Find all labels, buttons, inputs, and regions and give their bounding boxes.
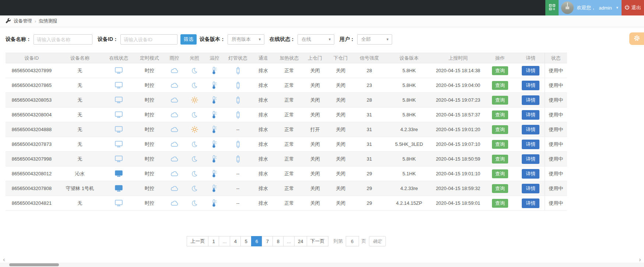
cell-report-time: 2020-04-15 19:01:20	[433, 122, 483, 137]
table-row: 865650043204821无时控--排水正常关闭关闭294.2.14.15Z…	[6, 196, 567, 211]
horizontal-scrollbar-thumb[interactable]	[9, 263, 59, 266]
cell-status: 使用中	[545, 122, 567, 137]
cloud-icon	[170, 67, 179, 73]
detail-button[interactable]: 详情	[522, 110, 539, 120]
monitor-outline-icon	[115, 112, 123, 117]
cell-report-time: 2020-04-15 18:50:59	[433, 152, 483, 166]
table-row: 865650043207998无时控排水正常关闭关闭315.8HK2020-04…	[6, 152, 567, 166]
page-unit-label: 页	[362, 238, 366, 245]
page-button[interactable]: 5	[240, 236, 251, 246]
cell-timer-mode: 时控	[136, 181, 163, 196]
table-row: 865650043207899无时控排水正常关闭关闭285.8HK2020-04…	[6, 63, 567, 78]
query-button[interactable]: 查询	[492, 110, 508, 119]
cloud-icon	[170, 97, 179, 102]
goto-page-group: 到第 页 确定	[334, 236, 386, 246]
cell-lamp-status: --	[225, 181, 250, 196]
column-header: 状态	[545, 53, 567, 63]
cell-online-status	[102, 122, 136, 137]
cell-device-id: 865650043207873	[6, 137, 58, 152]
moon-icon	[191, 67, 198, 73]
horizontal-scrollbar-track[interactable]	[0, 263, 644, 267]
cell-rain-control	[163, 63, 185, 78]
cell-timer-mode: 时控	[136, 122, 163, 137]
goto-page-input[interactable]	[346, 236, 359, 246]
device-id-label: 设备ID：	[98, 36, 118, 43]
breadcrumb: 设备管理 › 虫情测报	[0, 15, 644, 27]
detail-button[interactable]: 详情	[522, 81, 539, 90]
query-button[interactable]: 查询	[492, 184, 508, 193]
column-header: 设备版本	[385, 53, 433, 63]
detail-button[interactable]: 详情	[522, 140, 539, 149]
cell-signal-strength: 23	[353, 78, 385, 93]
cell-device-version: 4.2.33re	[385, 122, 433, 137]
detail-button[interactable]: 详情	[522, 125, 539, 134]
detail-button[interactable]: 详情	[522, 199, 539, 208]
page-button[interactable]: 6	[251, 236, 262, 246]
scroll-left-arrow[interactable]: ‹	[1, 256, 7, 263]
query-button[interactable]: 查询	[492, 140, 508, 149]
cell-channel: 排水	[250, 63, 276, 78]
query-button[interactable]: 查询	[492, 169, 508, 178]
page-button[interactable]: 7	[262, 236, 273, 246]
cell-device-name: 无	[58, 122, 102, 137]
goto-confirm-button[interactable]: 确定	[369, 236, 386, 246]
cell-upper-door: 关闭	[302, 93, 328, 108]
cell-device-name: 无	[58, 152, 102, 166]
lamp-tube-icon	[236, 82, 240, 88]
page-ellipsis: ...	[283, 236, 295, 246]
query-button[interactable]: 查询	[492, 81, 508, 90]
breadcrumb-item-device-management[interactable]: 设备管理	[14, 18, 32, 24]
logout-button[interactable]: 退出	[622, 0, 644, 15]
detail-button[interactable]: 详情	[522, 184, 539, 193]
cell-device-version: 4.2.14.15ZP	[385, 196, 433, 211]
device-id-input[interactable]	[120, 34, 177, 45]
cell-heating-status: 正常	[276, 152, 302, 166]
device-name-input[interactable]	[34, 34, 92, 45]
page-button[interactable]: 8	[272, 236, 284, 246]
filter-button[interactable]: 筛选	[180, 34, 197, 45]
detail-button[interactable]: 详情	[522, 169, 539, 179]
cell-temp-control	[204, 181, 225, 196]
prev-page-button[interactable]: 上一页	[187, 236, 208, 246]
cell-detail: 详情	[517, 152, 545, 166]
cell-detail: 详情	[517, 108, 545, 122]
scroll-right-arrow[interactable]: ›	[637, 256, 643, 263]
query-button[interactable]: 查询	[492, 199, 508, 208]
cell-report-time: 2020-04-15 18:59:32	[433, 181, 483, 196]
cell-report-time: 2020-04-15 19:01:10	[433, 166, 483, 181]
cell-lower-door: 关闭	[328, 152, 353, 166]
user-select[interactable]: 全部 ▼	[357, 34, 392, 45]
query-button[interactable]: 查询	[492, 155, 508, 164]
user-menu[interactable]: 欢迎您，admin ▼	[559, 0, 622, 15]
cell-device-version: 5.8HK	[385, 78, 433, 93]
cell-detail: 详情	[517, 93, 545, 108]
monitor-outline-icon	[115, 156, 123, 161]
settings-button[interactable]	[629, 32, 644, 45]
version-select[interactable]: 所有版本 ▼	[228, 34, 264, 45]
qr-code-button[interactable]	[545, 0, 559, 15]
lamp-tube-icon	[236, 97, 240, 102]
page-button[interactable]: 1	[208, 236, 219, 246]
cell-online-status	[102, 137, 136, 152]
query-button[interactable]: 查询	[492, 96, 508, 105]
cell-signal-strength: 28	[353, 93, 385, 108]
thermometer-icon	[211, 67, 218, 73]
cell-device-version: 5.1HK	[385, 166, 433, 181]
next-page-button[interactable]: 下一页	[307, 236, 328, 246]
query-button[interactable]: 查询	[492, 125, 508, 134]
detail-button[interactable]: 详情	[522, 95, 539, 105]
page-button[interactable]: 24	[294, 236, 307, 246]
thermometer-icon	[211, 171, 218, 176]
cell-light-control	[185, 63, 204, 78]
query-button[interactable]: 查询	[492, 66, 508, 75]
cell-device-name: 无	[58, 78, 102, 93]
breadcrumb-item-pest-report: 虫情测报	[39, 18, 57, 24]
goto-label: 到第	[334, 238, 343, 245]
detail-button[interactable]: 详情	[522, 154, 539, 164]
device-table: 设备ID设备名称在线状态定时模式雨控光照温控灯管状态通道加热状态上仓门下仓门信号…	[6, 53, 567, 211]
online-status-select[interactable]: 在线 ▼	[298, 34, 334, 45]
detail-button[interactable]: 详情	[522, 66, 539, 75]
thermometer-icon	[211, 126, 218, 132]
cell-light-control	[185, 166, 204, 181]
page-button[interactable]: 4	[230, 236, 241, 246]
